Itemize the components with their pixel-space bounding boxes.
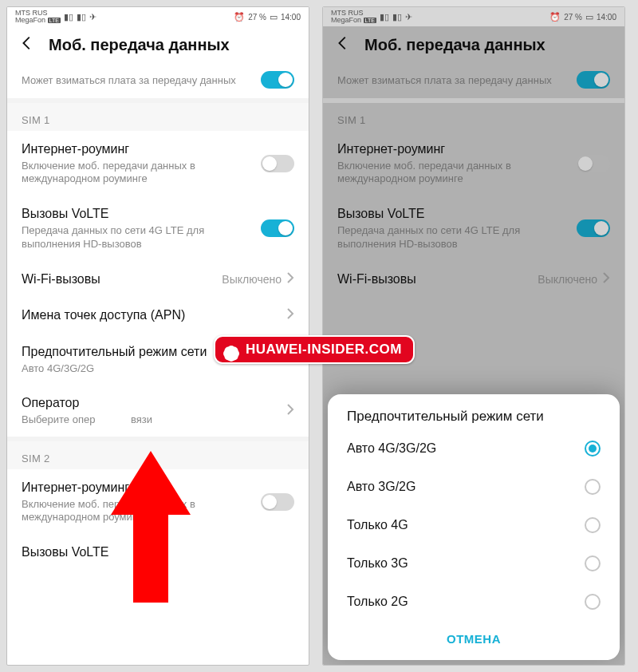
wifi-calls-title: Wi-Fi-вызовы <box>337 271 538 288</box>
chevron-right-icon <box>286 307 294 323</box>
battery-icon: ▭ <box>585 12 593 22</box>
clock-text: 14:00 <box>597 13 616 22</box>
mobile-data-toggle-row[interactable]: Может взиматься плата за передачу данных <box>323 61 624 98</box>
roaming-sub: Включение моб. передачи данных в междуна… <box>22 160 261 187</box>
titlebar: Моб. передача данных <box>7 26 309 61</box>
battery-icon: ▭ <box>270 12 278 22</box>
radio-icon <box>585 555 601 571</box>
chevron-right-icon <box>602 271 610 287</box>
lte-badge: LTE <box>48 18 61 23</box>
volte-sub: Передача данных по сети 4G LTE для выпол… <box>22 224 261 251</box>
dialog-cancel-button[interactable]: ОТМЕНА <box>336 621 612 654</box>
mobile-data-sub: Может взиматься плата за передачу данных <box>337 74 577 88</box>
statusbar: MTS RUS MegaFon LTE ▮▯ ▮▯ ✈ ⏰ 27 % ▭ 14:… <box>323 7 624 26</box>
dialog-option-1[interactable]: Авто 3G/2G <box>336 468 612 506</box>
row-wifi-calls[interactable]: Wi-Fi-вызовы Выключено <box>323 261 624 298</box>
back-icon[interactable] <box>334 34 352 55</box>
battery-text: 27 % <box>248 13 266 22</box>
netmode-dialog: Предпочтительный режим сети Авто 4G/3G/2… <box>328 394 620 660</box>
operator-sub: Выберите оператора связи <box>22 413 286 427</box>
netmode-sub: Авто 4G/3G/2G <box>22 362 286 376</box>
apn-title: Имена точек доступа (APN) <box>22 306 286 324</box>
mobile-data-toggle[interactable] <box>577 71 610 89</box>
row-roaming-sim2[interactable]: Интернет-роуминг Включение моб. передачи… <box>7 469 309 534</box>
roaming-toggle[interactable] <box>261 155 294 172</box>
row-volte[interactable]: Вызовы VoLTE Передача данных по сети 4G … <box>323 196 624 260</box>
chevron-right-icon <box>286 403 294 419</box>
row-roaming[interactable]: Интернет-роуминг Включение моб. передачи… <box>323 131 624 196</box>
volte-title: Вызовы VoLTE <box>337 205 577 223</box>
signal-icon: ▮▯ <box>77 12 86 22</box>
phone-right: MTS RUS MegaFon LTE ▮▯ ▮▯ ✈ ⏰ 27 % ▭ 14:… <box>322 6 625 666</box>
wifi-calls-value: Выключено <box>222 273 282 286</box>
radio-icon <box>585 441 601 457</box>
row-volte-sim2[interactable]: Вызовы VoLTE <box>7 534 309 564</box>
volte-toggle[interactable] <box>577 219 610 237</box>
operator-title: Оператор <box>22 394 286 412</box>
mobile-data-sub: Может взиматься плата за передачу данных <box>22 74 261 88</box>
telegram-icon: ✈ <box>405 12 412 22</box>
clock-text: 14:00 <box>281 13 301 22</box>
volte2-title: Вызовы VoLTE <box>22 544 294 561</box>
statusbar: MTS RUS MegaFon LTE ▮▯ ▮▯ ✈ ⏰ 27 % ▭ 14:… <box>7 7 309 26</box>
dialog-option-2[interactable]: Только 4G <box>336 506 612 544</box>
dialog-option-0[interactable]: Авто 4G/3G/2G <box>336 429 612 468</box>
roaming-title: Интернет-роуминг <box>337 140 577 158</box>
netmode-title: Предпочтительный режим сети <box>22 343 286 361</box>
signal-icon: ▮▯ <box>392 12 402 22</box>
row-roaming[interactable]: Интернет-роуминг Включение моб. передачи… <box>7 131 309 196</box>
page-title: Моб. передача данных <box>364 36 545 54</box>
page-title: Моб. передача данных <box>49 36 230 54</box>
roaming2-toggle[interactable] <box>261 493 294 511</box>
lte-badge: LTE <box>364 18 376 23</box>
row-volte[interactable]: Вызовы VoLTE Передача данных по сети 4G … <box>7 196 309 260</box>
volte-sub: Передача данных по сети 4G LTE для выпол… <box>337 224 577 251</box>
section-sim1: SIM 1 <box>323 103 624 131</box>
section-sim2: SIM 2 <box>7 441 309 469</box>
row-wifi-calls[interactable]: Wi-Fi-вызовы Выключено <box>7 261 309 298</box>
roaming-toggle[interactable] <box>577 155 610 172</box>
roaming-title: Интернет-роуминг <box>22 140 261 158</box>
alarm-icon: ⏰ <box>234 12 245 22</box>
row-apn[interactable]: Имена точек доступа (APN) <box>7 297 309 334</box>
signal-icon: ▮▯ <box>380 12 389 22</box>
section-sim1: SIM 1 <box>7 103 309 131</box>
chevron-right-icon <box>286 351 294 367</box>
wifi-calls-title: Wi-Fi-вызовы <box>22 271 222 288</box>
signal-icon: ▮▯ <box>64 12 73 22</box>
radio-icon <box>585 594 601 610</box>
row-operator[interactable]: Оператор Выберите оператора связи <box>7 385 309 436</box>
titlebar: Моб. передача данных <box>323 26 624 61</box>
roaming-sub: Включение моб. передачи данных в междуна… <box>337 160 577 187</box>
volte-title: Вызовы VoLTE <box>22 205 261 223</box>
back-icon[interactable] <box>18 34 36 55</box>
telegram-icon: ✈ <box>89 12 96 22</box>
radio-icon <box>585 517 601 533</box>
wifi-calls-value: Выключено <box>538 273 597 286</box>
mobile-data-toggle[interactable] <box>261 71 294 89</box>
mobile-data-toggle-row[interactable]: Может взиматься плата за передачу данных <box>7 61 309 98</box>
dialog-option-3[interactable]: Только 3G <box>336 544 612 583</box>
chevron-right-icon <box>286 271 294 287</box>
roaming2-title: Интернет-роуминг <box>22 479 261 496</box>
alarm-icon: ⏰ <box>549 12 561 22</box>
dialog-option-4[interactable]: Только 2G <box>336 583 612 621</box>
dialog-title: Предпочтительный режим сети <box>336 409 612 429</box>
carrier-2: MegaFon <box>331 16 361 24</box>
carrier-2: MegaFon <box>15 16 45 24</box>
phone-left: MTS RUS MegaFon LTE ▮▯ ▮▯ ✈ ⏰ 27 % ▭ 14:… <box>6 6 309 666</box>
radio-icon <box>585 479 601 495</box>
volte-toggle[interactable] <box>261 219 294 237</box>
battery-text: 27 % <box>564 13 582 22</box>
roaming2-sub: Включение моб. передачи данных в междуна… <box>22 498 261 525</box>
row-netmode[interactable]: Предпочтительный режим сети Авто 4G/3G/2… <box>7 334 309 385</box>
